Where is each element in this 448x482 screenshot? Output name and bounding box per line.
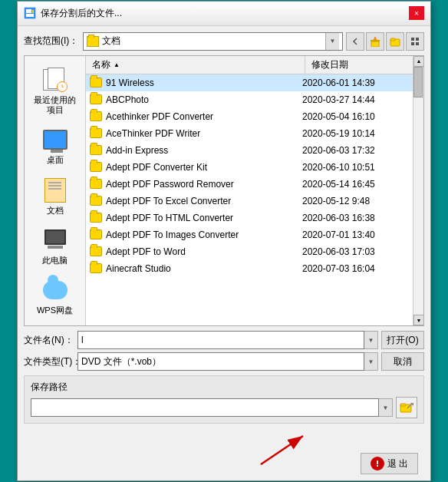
file-name: Acethinker PDF Converter <box>106 111 302 122</box>
column-date-header: 修改日期 <box>305 56 413 74</box>
svg-rect-7 <box>390 38 395 41</box>
folder-icon <box>89 262 103 275</box>
file-name: Adept PDF To Excel Converter <box>106 196 302 206</box>
save-path-input[interactable] <box>31 398 379 417</box>
filetype-row: 文件类型(T)： DVD 文件（*.vob） ▼ 取消 <box>24 352 424 371</box>
file-name: Add-in Express <box>106 145 302 156</box>
browse-icon <box>400 401 413 414</box>
table-row[interactable]: Adept PDF to Word2020-06-03 17:03 <box>86 243 413 260</box>
up-icon <box>370 36 380 47</box>
svg-rect-22 <box>377 465 378 467</box>
main-dialog: 保存分割后的文件... × 查找范围(I)： 文档 ▼ <box>17 1 431 481</box>
exit-row: 退 出 <box>24 430 424 474</box>
back-button[interactable] <box>346 32 364 51</box>
save-path-dropdown[interactable]: ▼ <box>379 398 393 417</box>
svg-rect-11 <box>416 42 419 45</box>
file-name: Adept PDF Password Remover <box>106 179 302 190</box>
scroll-track <box>413 67 423 315</box>
table-row[interactable]: 91 Wireless2020-06-01 14:39 <box>86 74 413 91</box>
nav-buttons <box>346 32 424 51</box>
file-name: Adept PDF Converter Kit <box>106 162 302 173</box>
scroll-up-button[interactable]: ▲ <box>413 56 424 67</box>
view-icon <box>410 37 420 46</box>
desktop-icon <box>41 126 69 154</box>
sidebar-item-docs[interactable]: 文档 <box>28 173 82 220</box>
view-button[interactable] <box>406 32 424 51</box>
search-scope-label: 查找范围(I)： <box>24 35 78 48</box>
up-button[interactable] <box>366 32 384 51</box>
svg-rect-3 <box>32 10 34 13</box>
table-row[interactable]: Adept PDF Converter Kit2020-06-10 10:51 <box>86 159 413 176</box>
file-list-scroll[interactable]: 91 Wireless2020-06-01 14:39ABCPhoto2020-… <box>86 74 413 325</box>
table-row[interactable]: Add-in Express2020-06-03 17:32 <box>86 142 413 159</box>
file-date: 2020-07-03 16:04 <box>302 263 410 274</box>
table-row[interactable]: AceThinker PDF Writer2020-05-19 10:14 <box>86 125 413 142</box>
scroll-down-button[interactable]: ▼ <box>413 315 424 325</box>
table-row[interactable]: ABCPhoto2020-03-27 14:44 <box>86 91 413 108</box>
sidebar-item-desktop[interactable]: 桌面 <box>28 122 82 169</box>
table-row[interactable]: Adept PDF To Images Converter2020-07-01 … <box>86 226 413 243</box>
svg-rect-5 <box>371 40 380 41</box>
new-folder-button[interactable] <box>386 32 404 51</box>
scrollbar[interactable]: ▲ ▼ <box>413 56 423 325</box>
close-button[interactable]: × <box>409 6 424 20</box>
table-row[interactable]: Adept PDF Password Remover2020-05-14 16:… <box>86 176 413 193</box>
toolbar-row: 查找范围(I)： 文档 ▼ <box>24 32 424 51</box>
svg-line-19 <box>261 436 303 464</box>
file-name: AceThinker PDF Writer <box>106 128 302 139</box>
svg-rect-21 <box>377 461 378 464</box>
sidebar-item-wps[interactable]: WPS网盘 <box>28 272 82 319</box>
svg-rect-9 <box>416 38 419 41</box>
folder-icon <box>89 246 103 258</box>
sidebar-item-computer[interactable]: 此电脑 <box>28 223 82 269</box>
file-date: 2020-07-01 13:40 <box>302 229 410 240</box>
folder-icon <box>89 161 103 173</box>
folder-icon <box>89 178 103 190</box>
sort-arrow-icon: ▲ <box>114 61 120 68</box>
file-date: 2020-05-12 9:48 <box>302 196 410 206</box>
filetype-display: DVD 文件（*.vob） <box>77 352 364 371</box>
exit-button[interactable]: 退 出 <box>361 453 418 474</box>
open-button[interactable]: 打开(O) <box>381 331 424 349</box>
red-arrow <box>253 430 315 468</box>
exit-label: 退 出 <box>387 457 408 470</box>
sidebar-wps-label: WPS网盘 <box>37 305 73 315</box>
table-row[interactable]: Ainecraft Studio2020-07-03 16:04 <box>86 260 413 277</box>
chevron-down-icon: ▼ <box>330 38 336 45</box>
chevron-down-icon: ▼ <box>368 337 374 344</box>
file-date: 2020-05-04 16:10 <box>302 111 410 122</box>
filename-dropdown[interactable]: ▼ <box>364 331 378 349</box>
dialog-title: 保存分割后的文件... <box>41 7 409 20</box>
file-name: Adept PDF To Images Converter <box>106 229 302 240</box>
file-name: 91 Wireless <box>106 78 302 88</box>
cancel-button[interactable]: 取消 <box>381 352 424 371</box>
save-path-title: 保存路径 <box>31 381 417 394</box>
folder-combo-dropdown[interactable]: ▼ <box>325 33 339 50</box>
folder-icon <box>89 94 103 106</box>
folder-icon <box>89 127 103 140</box>
file-date: 2020-05-14 16:45 <box>302 179 410 190</box>
computer-icon <box>41 226 69 254</box>
scroll-thumb[interactable] <box>413 67 423 97</box>
sidebar: 最近使用的项目 桌面 文档 <box>25 56 86 325</box>
filename-input[interactable] <box>77 331 364 349</box>
table-row[interactable]: Adept PDF To HTML Converter2020-06-03 16… <box>86 210 413 226</box>
chevron-down-icon: ▼ <box>368 358 374 365</box>
svg-rect-10 <box>411 42 414 45</box>
exit-icon <box>371 457 384 470</box>
table-row[interactable]: Adept PDF To Excel Converter2020-05-12 9… <box>86 193 413 210</box>
file-date: 2020-06-10 10:51 <box>302 162 410 173</box>
sidebar-recent-label: 最近使用的项目 <box>32 95 78 115</box>
file-list: 名称 ▲ 修改日期 91 Wireless2020-06-01 14:39ABC… <box>86 56 413 325</box>
save-path-section: 保存路径 ▼ <box>24 375 424 424</box>
cloud-icon <box>41 276 69 304</box>
folder-combo[interactable]: 文档 ▼ <box>83 32 343 51</box>
current-folder-label: 文档 <box>102 35 120 48</box>
table-row[interactable]: Acethinker PDF Converter2020-05-04 16:10 <box>86 108 413 125</box>
save-path-browse-button[interactable] <box>396 397 417 418</box>
filetype-dropdown[interactable]: ▼ <box>364 352 378 371</box>
file-name: Ainecraft Studio <box>106 263 302 274</box>
sidebar-item-recent[interactable]: 最近使用的项目 <box>28 62 82 119</box>
svg-line-13 <box>62 87 64 87</box>
file-browser: 最近使用的项目 桌面 文档 <box>24 55 424 326</box>
